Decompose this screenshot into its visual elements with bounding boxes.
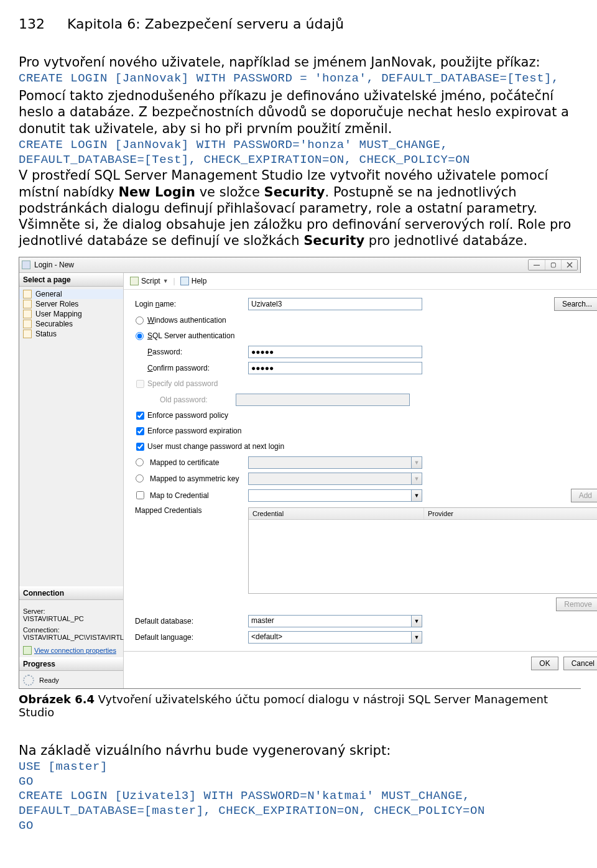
chapter-title: Kapitola 6: Zabezpečení serveru a údajů: [67, 16, 344, 32]
nav-securables[interactable]: Securables: [19, 319, 123, 329]
chevron-down-icon: ▼: [411, 473, 422, 485]
col-provider: Provider: [424, 508, 597, 519]
specify-old-checkbox: [136, 380, 144, 388]
window-title: Login - New: [34, 261, 74, 269]
screenshot-login-new: Login - New — ▢ Select a page General Se…: [19, 257, 581, 689]
confirm-password-input[interactable]: [248, 362, 422, 374]
password-input[interactable]: [248, 346, 422, 358]
toolbar-help[interactable]: Help: [178, 275, 210, 287]
mapped-cert-combo: ▼: [248, 456, 422, 469]
paragraph-newlogin: V prostředí SQL Server Management Studio…: [19, 167, 578, 249]
login-name-input[interactable]: [248, 298, 422, 310]
map-credential-combo[interactable]: ▼: [248, 489, 422, 502]
enforce-expiration-checkbox[interactable]: [136, 427, 144, 435]
connection-value: VISTAVIRTUAL_PC\VISTAVIRTL: [23, 634, 119, 641]
sql-auth-label: SQL Server authentication: [147, 331, 234, 340]
search-button[interactable]: Search...: [554, 297, 597, 311]
mapped-asym-radio[interactable]: [136, 474, 144, 482]
code-line-3c: CREATE LOGIN [Uzivatel3] WITH PASSWORD=N…: [19, 789, 578, 804]
view-connection-properties-link[interactable]: View connection properties: [34, 647, 116, 654]
chevron-down-icon[interactable]: ▼: [411, 631, 422, 644]
page-number: 132: [19, 16, 45, 32]
page-icon: [23, 310, 32, 318]
page-icon: [23, 320, 32, 328]
mapped-credentials-label: Mapped Credentials: [132, 506, 248, 515]
mapped-credentials-table: Credential Provider: [248, 507, 597, 594]
progress-header: Progress: [19, 657, 123, 671]
mapped-asym-label: Mapped to asymmetric key: [147, 474, 248, 483]
login-name-label: Login name:: [132, 300, 248, 308]
mapped-cert-label: Mapped to certificate: [147, 458, 248, 467]
progress-ready-label: Ready: [39, 676, 59, 684]
chevron-down-icon: ▼: [163, 278, 169, 284]
remove-button: Remove: [556, 598, 597, 611]
paragraph-intro: Pro vytvoření nového uživatele, napříkla…: [19, 54, 578, 70]
cancel-button[interactable]: Cancel: [563, 657, 597, 670]
nav-general[interactable]: General: [19, 289, 123, 299]
app-icon: [22, 261, 30, 269]
mapped-cert-radio[interactable]: [136, 458, 144, 466]
code-line-3a: USE [master]: [19, 760, 578, 775]
code-line-2b: DEFAULT_DATABASE=[Test], CHECK_EXPIRATIO…: [19, 153, 578, 168]
connection-icon: [23, 646, 32, 655]
paragraph-explain: Pomocí takto zjednodušeného příkazu je d…: [19, 88, 578, 137]
enforce-policy-label: Enforce password policy: [147, 411, 228, 420]
ok-button[interactable]: OK: [531, 657, 558, 670]
figure-label: Obrázek 6.4: [19, 693, 95, 706]
default-db-combo[interactable]: master▼: [248, 615, 422, 627]
page-icon: [23, 300, 32, 308]
chevron-down-icon[interactable]: ▼: [411, 615, 422, 627]
connection-label: Connection:: [23, 626, 119, 634]
select-page-header: Select a page: [19, 273, 123, 287]
must-change-label: User must change password at next login: [147, 442, 284, 451]
server-label: Server:: [23, 607, 119, 615]
windows-auth-radio[interactable]: [136, 316, 144, 325]
code-line-2a: CREATE LOGIN [JanNovak] WITH PASSWORD='h…: [19, 138, 578, 153]
code-line-3e: GO: [19, 819, 578, 834]
close-button[interactable]: [561, 260, 577, 270]
toolbar-script[interactable]: Script ▼: [127, 275, 171, 287]
page-icon: [23, 330, 32, 338]
old-password-label: Old password:: [132, 395, 236, 404]
figure-caption: Vytvoření uživatelského účtu pomocí dial…: [19, 693, 548, 719]
sql-auth-radio[interactable]: [136, 332, 144, 340]
code-line-3b: GO: [19, 775, 578, 790]
nav-status[interactable]: Status: [19, 329, 123, 339]
confirm-password-label: Confirm password:: [132, 364, 248, 372]
old-password-input: [236, 394, 410, 406]
left-sidebar: Select a page General Server Roles User …: [19, 273, 124, 688]
chevron-down-icon[interactable]: ▼: [411, 489, 422, 502]
default-db-label: Default database:: [132, 617, 248, 626]
nav-user-mapping[interactable]: User Mapping: [19, 309, 123, 319]
maximize-button[interactable]: ▢: [545, 260, 561, 270]
paragraph-script: Na základě vizuálního návrhu bude vygene…: [19, 742, 578, 759]
nav-server-roles[interactable]: Server Roles: [19, 299, 123, 309]
password-label: Password:: [132, 348, 248, 356]
col-credential: Credential: [249, 508, 424, 519]
default-lang-combo[interactable]: <default>▼: [248, 631, 422, 644]
default-lang-label: Default language:: [132, 633, 248, 642]
specify-old-label: Specify old password: [147, 379, 218, 388]
window-titlebar: Login - New — ▢: [19, 257, 580, 273]
progress-ready-icon: [23, 675, 34, 686]
windows-auth-label: Windows authentication: [147, 316, 226, 325]
connection-header: Connection: [19, 586, 123, 600]
minimize-button[interactable]: —: [529, 260, 545, 270]
help-icon: [180, 277, 189, 285]
must-change-checkbox[interactable]: [136, 443, 144, 451]
code-line-1: CREATE LOGIN [JanNovak] WITH PASSWORD = …: [19, 72, 578, 86]
script-icon: [130, 277, 139, 285]
enforce-policy-checkbox[interactable]: [136, 412, 144, 420]
page-icon: [23, 290, 32, 298]
map-credential-label: Map to Credential: [147, 491, 248, 500]
map-credential-checkbox[interactable]: [136, 491, 144, 499]
mapped-asym-combo: ▼: [248, 473, 422, 485]
add-button: Add: [571, 489, 597, 502]
chevron-down-icon: ▼: [411, 456, 422, 469]
server-value: VISTAVIRTUAL_PC: [23, 615, 119, 622]
enforce-expiration-label: Enforce password expiration: [147, 427, 241, 435]
code-line-3d: DEFAULT_DATABASE=[master], CHECK_EXPIRAT…: [19, 804, 578, 819]
